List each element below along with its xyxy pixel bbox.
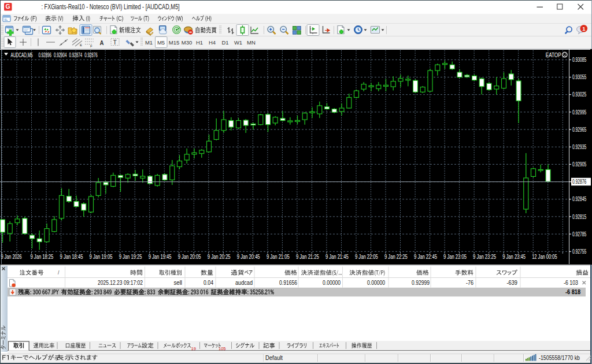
svg-text:0.92965: 0.92965 bbox=[572, 127, 587, 133]
svg-text:9 Jan 18:45: 9 Jan 18:45 bbox=[60, 254, 83, 260]
svg-text:D1: D1 bbox=[221, 39, 228, 46]
svg-text:9 Jan 22:45: 9 Jan 22:45 bbox=[414, 254, 437, 260]
svg-text:-639: -639 bbox=[507, 279, 518, 286]
svg-text:9 Jan 21:45: 9 Jan 21:45 bbox=[325, 254, 349, 260]
svg-text:M15: M15 bbox=[169, 39, 180, 46]
svg-text:-6 818: -6 818 bbox=[565, 288, 580, 295]
svg-text:0.93085: 0.93085 bbox=[572, 57, 587, 63]
svg-text:0.92904: 0.92904 bbox=[54, 51, 67, 58]
svg-text:9 Jan 19:25: 9 Jan 19:25 bbox=[119, 254, 142, 260]
svg-text:9 Jan 18:25: 9 Jan 18:25 bbox=[31, 254, 54, 260]
svg-text:9 Jan 19:05: 9 Jan 19:05 bbox=[90, 254, 113, 260]
svg-text:: FXGiants-Real10 - Notesco (B: : FXGiants-Real10 - Notesco (BVI) Limite… bbox=[42, 3, 180, 11]
svg-text:0.92845: 0.92845 bbox=[572, 196, 587, 202]
svg-text:F: F bbox=[90, 44, 92, 48]
svg-text:0.04: 0.04 bbox=[204, 279, 213, 286]
svg-text:2025.12.23 09:17:02: 2025.12.23 09:17:02 bbox=[98, 279, 143, 286]
svg-text:sell: sell bbox=[174, 279, 183, 286]
svg-text:0.93055: 0.93055 bbox=[572, 74, 587, 80]
svg-text:0.92896: 0.92896 bbox=[38, 51, 51, 58]
svg-text:0.93025: 0.93025 bbox=[572, 91, 587, 98]
svg-text:105: 105 bbox=[219, 346, 226, 351]
svg-text:12 Jan 00:05: 12 Jan 00:05 bbox=[532, 254, 557, 260]
svg-text:9 Jan 20:45: 9 Jan 20:45 bbox=[237, 254, 260, 260]
svg-text:H1: H1 bbox=[196, 39, 203, 46]
svg-text:M5: M5 bbox=[157, 39, 165, 46]
svg-text:0.92905: 0.92905 bbox=[572, 161, 587, 168]
svg-text:0.92755: 0.92755 bbox=[572, 248, 587, 255]
svg-text:-1505558/1770 kb: -1505558/1770 kb bbox=[539, 354, 580, 361]
svg-text:9 Jan 2026: 9 Jan 2026 bbox=[1, 254, 23, 260]
svg-text:Default: Default bbox=[265, 354, 283, 361]
svg-text:0.92876: 0.92876 bbox=[84, 51, 98, 58]
svg-text:0.92995: 0.92995 bbox=[572, 109, 587, 116]
svg-text:9 Jan 22:25: 9 Jan 22:25 bbox=[384, 254, 408, 260]
svg-text:9 Jan 20:05: 9 Jan 20:05 bbox=[178, 254, 201, 260]
svg-text:AUDCAD,M5: AUDCAD,M5 bbox=[11, 51, 33, 58]
svg-text:0.92876: 0.92876 bbox=[572, 179, 587, 185]
svg-text:H4: H4 bbox=[209, 39, 216, 46]
svg-text:-6 103: -6 103 bbox=[564, 279, 578, 286]
svg-text:0.92785: 0.92785 bbox=[572, 231, 587, 237]
svg-text:9 Jan 21:25: 9 Jan 21:25 bbox=[296, 254, 319, 260]
svg-text:19: 19 bbox=[191, 346, 196, 351]
svg-text:T: T bbox=[113, 39, 117, 46]
svg-text:9 Jan 22:05: 9 Jan 22:05 bbox=[355, 254, 378, 260]
svg-text:1: 1 bbox=[582, 25, 586, 32]
svg-text:9 Jan 21:05: 9 Jan 21:05 bbox=[267, 254, 290, 260]
svg-text:A: A bbox=[100, 39, 104, 46]
svg-text:G: G bbox=[6, 3, 10, 10]
svg-text:0.00000: 0.00000 bbox=[323, 279, 341, 286]
svg-text:0.92999: 0.92999 bbox=[412, 279, 430, 286]
svg-text:W1: W1 bbox=[234, 39, 242, 46]
svg-text:EATOP: EATOP bbox=[546, 51, 561, 58]
svg-text:9 Jan 20:25: 9 Jan 20:25 bbox=[208, 254, 231, 260]
svg-text:0.00000: 0.00000 bbox=[367, 279, 385, 286]
svg-text:MN: MN bbox=[247, 39, 256, 46]
svg-text:-76: -76 bbox=[466, 279, 473, 286]
svg-text:9 Jan 23:25: 9 Jan 23:25 bbox=[473, 254, 496, 260]
svg-text:9 Jan 23:45: 9 Jan 23:45 bbox=[502, 254, 526, 260]
svg-text:0.92815: 0.92815 bbox=[572, 214, 587, 220]
svg-text:0.92874: 0.92874 bbox=[69, 51, 83, 58]
svg-text:0.91656: 0.91656 bbox=[279, 279, 297, 286]
svg-text:E: E bbox=[80, 43, 82, 47]
svg-text:M30: M30 bbox=[182, 39, 193, 46]
svg-text:9 Jan 19:45: 9 Jan 19:45 bbox=[149, 254, 172, 260]
svg-text:M1: M1 bbox=[145, 39, 153, 46]
svg-text:audcad: audcad bbox=[235, 279, 253, 286]
svg-text:9 Jan 23:05: 9 Jan 23:05 bbox=[443, 254, 467, 260]
svg-text:/: / bbox=[58, 270, 60, 276]
svg-text:0.92935: 0.92935 bbox=[572, 144, 587, 150]
